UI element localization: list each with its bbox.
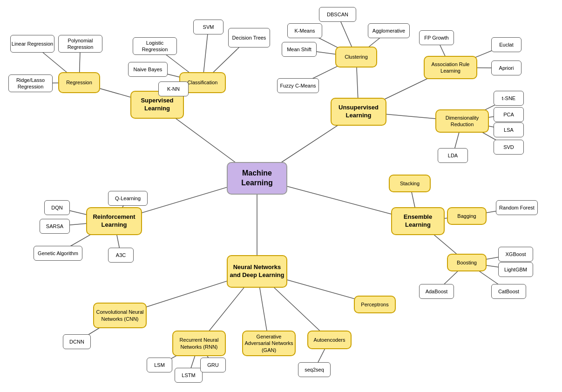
node-catboost: CatBoost xyxy=(491,284,526,299)
node-adaboost: AdaBoost xyxy=(419,284,454,299)
node-xgboost: XGBoost xyxy=(498,247,533,262)
node-dim_reduction: Dimensionality Reduction xyxy=(435,109,489,133)
node-machine_learning: Machine Learning xyxy=(227,162,287,195)
node-lightgbm: LightGBM xyxy=(498,262,533,277)
node-apriori: Apriori xyxy=(491,61,521,75)
node-lsa: LSA xyxy=(494,122,524,137)
mindmap-diagram: Machine LearningSupervised LearningUnsup… xyxy=(0,0,562,392)
node-kmeans: K-Means xyxy=(287,23,322,38)
node-svd_leaf: SVD xyxy=(494,140,524,155)
node-lsm: LSM xyxy=(147,358,172,372)
node-gan: Generative Adversarial Networks (GAN) xyxy=(242,331,296,356)
node-logistic: Logistic Regression xyxy=(133,37,177,55)
node-agglomerative: Agglomerative xyxy=(368,23,410,38)
node-ensemble: Ensemble Learning xyxy=(391,207,445,235)
node-regression: Regression xyxy=(58,72,100,93)
node-a3c: A3C xyxy=(108,248,134,263)
node-neural: Neural Networks and Deep Learning xyxy=(227,255,287,288)
node-cnn: Convolutional Neural Networks (CNN) xyxy=(93,303,147,328)
node-mean_shift: Mean Shift xyxy=(282,42,317,57)
node-autoencoders: Autoencoders xyxy=(307,331,352,349)
node-gru: GRU xyxy=(200,358,226,372)
node-assoc_rule: Association Rule Learning xyxy=(424,56,477,79)
node-dcnn: DCNN xyxy=(63,334,91,349)
node-dqn: DQN xyxy=(44,200,70,215)
node-perceptrons: Perceptrons xyxy=(354,296,396,313)
node-seq2seq: seq2seq xyxy=(298,362,331,377)
node-random_forest: Random Forest xyxy=(496,200,538,215)
node-dbscan: DBSCAN xyxy=(319,7,356,22)
node-genetic: Genetic Algorithm xyxy=(34,246,82,261)
node-stacking: Stacking xyxy=(389,175,431,192)
node-sarsa: SARSA xyxy=(40,219,70,234)
node-bagging: Bagging xyxy=(447,207,487,225)
node-naive_bayes: Naive Bayes xyxy=(128,62,168,77)
node-unsupervised: Unsupervised Learning xyxy=(331,98,386,126)
node-lstm: LSTM xyxy=(175,368,203,383)
node-knn: K-NN xyxy=(158,81,189,96)
node-lda: LDA xyxy=(438,148,468,163)
node-decision_trees: Decision Trees xyxy=(228,28,270,47)
node-svm: SVM xyxy=(193,20,223,34)
node-reinforcement: Reinforcement Learning xyxy=(86,207,142,235)
node-rnn: Recurrent Neural Networks (RNN) xyxy=(172,331,226,356)
node-tsne: t-SNE xyxy=(494,91,524,106)
node-ridge_reg: Ridge/Lasso Regression xyxy=(8,74,53,92)
node-fp_growth: FP Growth xyxy=(419,30,454,45)
node-pca: PCA xyxy=(494,107,524,122)
node-linear_reg: Linear Regression xyxy=(10,35,54,53)
node-q_learning: Q-Learning xyxy=(108,191,148,206)
node-euclat: Euclat xyxy=(491,37,521,52)
node-poly_reg: Polynomial Regression xyxy=(58,35,102,53)
node-fuzzy: Fuzzy C-Means xyxy=(277,78,319,93)
node-clustering: Clustering xyxy=(335,47,377,68)
node-boosting: Boosting xyxy=(447,254,487,271)
